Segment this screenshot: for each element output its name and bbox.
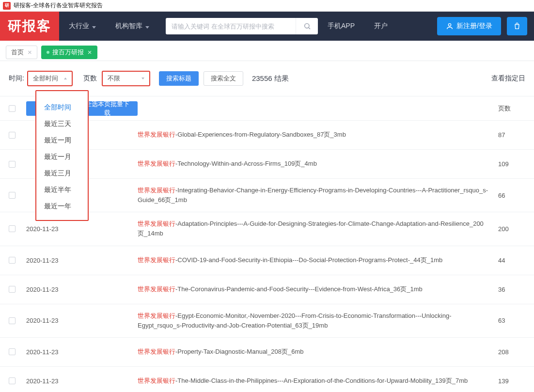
row-checkbox[interactable] xyxy=(9,225,16,232)
time-filter-label: 时间: xyxy=(9,74,24,83)
tab-home[interactable]: 首页 × xyxy=(6,46,37,59)
row-pages: 63 xyxy=(498,317,525,324)
pages-filter-label: 页数 xyxy=(83,74,97,83)
nav-thinktank[interactable]: 机构智库 xyxy=(106,12,159,41)
view-by-date-label[interactable]: 查看指定日 xyxy=(491,74,525,83)
row-title[interactable]: 世界发展银行-Egypt-Economic-Monitor,-November-… xyxy=(138,311,498,330)
row-source: 世界发展银行 xyxy=(138,256,175,264)
row-pages: 44 xyxy=(498,257,525,264)
row-title[interactable]: 世界发展银行-Adaptation-Principles---A-Guide-f… xyxy=(138,219,498,238)
row-title-text: -Egypt-Economic-Monitor,-November-2020--… xyxy=(138,312,451,329)
search-title-button[interactable]: 搜索标题 xyxy=(159,71,199,86)
window-titlebar: 研 研报客-全球各行各业智库研究报告 xyxy=(0,0,534,12)
tab-home-label: 首页 xyxy=(11,48,24,57)
time-option[interactable]: 最近一周 xyxy=(36,132,88,148)
row-pages: 87 xyxy=(498,131,525,139)
svg-point-0 xyxy=(304,24,309,28)
tab-search-reports[interactable]: 搜百万研报 × xyxy=(41,46,97,59)
row-pages: 109 xyxy=(498,160,525,168)
row-title-text: -Integrating-Behavior-Change-in-Energy-E… xyxy=(138,187,488,204)
time-dropdown-panel: 全部时间 最近三天 最近一周 最近一月 最近三月 最近半年 最近一年 xyxy=(35,90,89,221)
row-title[interactable]: 世界发展银行-The-Coronavirus-Pandemic-and-Food… xyxy=(138,284,498,294)
svg-line-1 xyxy=(309,28,310,29)
row-source: 世界发展银行 xyxy=(138,187,175,194)
nav-mobile-app[interactable]: 手机APP xyxy=(318,12,364,41)
row-source: 世界发展银行 xyxy=(138,131,175,138)
nav-industry[interactable]: 大行业 xyxy=(59,12,106,41)
tab-search-label: 搜百万研报 xyxy=(52,48,84,57)
row-pages: 139 xyxy=(498,377,525,385)
table-row[interactable]: 2020-11-23世界发展银行-Property-Tax-Diagnostic… xyxy=(0,337,534,366)
table-row[interactable]: 2020-11-23世界发展银行-COVID-19-and-Food-Secur… xyxy=(0,246,534,275)
time-option[interactable]: 最近一年 xyxy=(36,198,88,214)
row-title-text: -The-Middle-Class-in-the-Philippines---A… xyxy=(175,377,468,384)
row-title[interactable]: 世界发展银行-Integrating-Behavior-Change-in-En… xyxy=(138,186,498,205)
top-nav: 研报客 大行业 机构智库 手机APP 开户 新注册/登录 xyxy=(0,12,534,41)
search-bar xyxy=(166,18,318,34)
app-icon: 研 xyxy=(3,2,11,10)
row-title[interactable]: 世界发展银行-Property-Tax-Diagnostic-Manual_20… xyxy=(138,347,498,357)
time-select[interactable]: 全部时间 xyxy=(27,71,73,86)
table-row[interactable]: 2020-11-23世界发展银行-The-Middle-Class-in-the… xyxy=(0,366,534,392)
search-icon xyxy=(303,22,311,30)
row-title[interactable]: 世界发展银行-The-Middle-Class-in-the-Philippin… xyxy=(138,376,498,386)
row-title-text: -The-Coronavirus-Pandemic-and-Food-Secur… xyxy=(175,285,423,293)
window-title: 研报客-全球各行各业智库研究报告 xyxy=(14,1,103,10)
row-title[interactable]: 世界发展银行-Global-Experiences-from-Regulator… xyxy=(138,130,498,140)
nav-open-account[interactable]: 开户 xyxy=(364,12,397,41)
row-checkbox[interactable] xyxy=(9,161,16,168)
search-button[interactable] xyxy=(296,18,318,34)
row-title-text: -Global-Experiences-from-Regulatory-Sand… xyxy=(175,131,346,138)
time-select-value: 全部时间 xyxy=(33,74,58,83)
row-checkbox[interactable] xyxy=(9,257,16,264)
row-date: 2020-11-23 xyxy=(26,377,138,385)
row-pages: 200 xyxy=(498,225,525,233)
time-option[interactable]: 最近三天 xyxy=(36,115,88,132)
time-option[interactable]: 全部时间 xyxy=(36,99,88,115)
close-icon[interactable]: × xyxy=(88,48,92,56)
register-login-button[interactable]: 新注册/登录 xyxy=(437,17,501,35)
row-pages: 208 xyxy=(498,348,525,356)
chevron-down-icon xyxy=(145,22,149,30)
result-count: 23556 结果 xyxy=(252,74,289,83)
row-source: 世界发展银行 xyxy=(138,160,175,167)
row-date: 2020-11-23 xyxy=(26,225,138,233)
row-checkbox[interactable] xyxy=(9,348,16,355)
row-checkbox[interactable] xyxy=(9,317,16,324)
cart-button[interactable] xyxy=(507,17,527,35)
row-pages: 66 xyxy=(498,192,525,199)
row-checkbox[interactable] xyxy=(9,286,16,293)
chevron-down-icon xyxy=(92,22,96,30)
logo[interactable]: 研报客 xyxy=(0,12,59,41)
nav-industry-label: 大行业 xyxy=(69,22,89,31)
register-login-label: 新注册/登录 xyxy=(456,22,492,31)
row-title[interactable]: 世界发展银行-COVID-19-and-Food-Security-in-Eth… xyxy=(138,255,498,265)
row-title[interactable]: 世界发展银行-Technology-Within-and-Across-Firm… xyxy=(138,159,498,169)
row-source: 世界发展银行 xyxy=(138,220,175,227)
table-row[interactable]: 2020-11-23世界发展银行-Egypt-Economic-Monitor,… xyxy=(0,304,534,337)
column-header-pages: 页数 xyxy=(498,104,525,113)
close-icon[interactable]: × xyxy=(28,48,32,56)
table-row[interactable]: 2020-11-23世界发展银行-The-Coronavirus-Pandemi… xyxy=(0,275,534,304)
nav-thinktank-label: 机构智库 xyxy=(115,22,142,31)
select-all-checkbox[interactable] xyxy=(9,105,16,112)
user-icon xyxy=(446,22,454,30)
time-option[interactable]: 最近一月 xyxy=(36,148,88,165)
svg-point-2 xyxy=(448,24,451,26)
row-date: 2020-11-23 xyxy=(26,286,138,293)
chevron-up-icon xyxy=(64,78,67,79)
row-checkbox[interactable] xyxy=(9,377,16,384)
bag-icon xyxy=(513,22,521,30)
row-date: 2020-11-23 xyxy=(26,257,138,264)
search-fulltext-button[interactable]: 搜索全文 xyxy=(204,71,243,86)
row-source: 世界发展银行 xyxy=(138,312,175,319)
pages-select[interactable]: 不限 xyxy=(102,71,150,86)
time-option[interactable]: 最近半年 xyxy=(36,181,88,198)
search-input[interactable] xyxy=(166,18,296,34)
time-option[interactable]: 最近三月 xyxy=(36,165,88,181)
pages-select-value: 不限 xyxy=(108,74,120,83)
row-checkbox[interactable] xyxy=(9,192,16,199)
row-date: 2020-11-23 xyxy=(26,317,138,324)
row-checkbox[interactable] xyxy=(9,132,16,139)
row-date: 2020-11-23 xyxy=(26,348,138,356)
